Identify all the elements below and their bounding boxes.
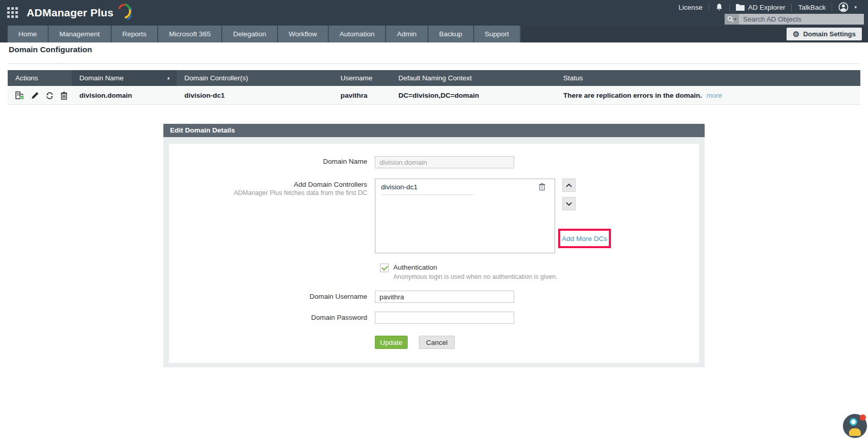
license-link[interactable]: License bbox=[672, 4, 709, 11]
domain-password-input[interactable] bbox=[375, 312, 514, 324]
global-search: ▾ bbox=[725, 14, 864, 25]
add-more-dcs-highlight: Add More DCs bbox=[558, 229, 611, 248]
domain-table: Actions Domain Name ▲ Domain Controller(… bbox=[8, 70, 860, 105]
cell-domain-controllers: division-dc1 bbox=[177, 92, 333, 99]
update-button[interactable]: Update bbox=[375, 336, 408, 349]
domain-username-input[interactable] bbox=[375, 291, 514, 303]
domain-controllers-listbox[interactable]: division-dc1 bbox=[375, 179, 555, 253]
delete-trash-icon[interactable] bbox=[60, 92, 68, 100]
list-item[interactable]: division-dc1 bbox=[375, 179, 555, 195]
remove-dc-trash-icon[interactable] bbox=[539, 183, 545, 191]
top-menu: License AD Explorer TalkBack bbox=[672, 1, 863, 13]
chat-person-icon bbox=[850, 418, 857, 426]
cell-status: There are replication errors in the doma… bbox=[556, 92, 860, 99]
nav-tabs: Home Management Reports Microsoft 365 De… bbox=[8, 26, 521, 42]
domain-settings-label: Domain Settings bbox=[803, 30, 856, 38]
tab-microsoft-365[interactable]: Microsoft 365 bbox=[158, 26, 222, 42]
chevron-down-icon: ▾ bbox=[734, 17, 736, 21]
domain-password-label: Domain Password bbox=[163, 314, 367, 321]
search-icon bbox=[727, 16, 734, 23]
refresh-icon[interactable] bbox=[46, 92, 54, 100]
search-scope-button[interactable]: ▾ bbox=[725, 14, 739, 25]
top-header-bar: ADManager Plus License bbox=[0, 0, 868, 26]
edit-domain-dialog: Edit Domain Details Domain Name Add Doma… bbox=[163, 124, 705, 367]
tab-workflow[interactable]: Workflow bbox=[278, 26, 329, 42]
table-row: division.domain division-dc1 pavithra DC… bbox=[8, 86, 860, 105]
authentication-label: Authentication bbox=[393, 264, 437, 271]
talkback-label: TalkBack bbox=[798, 4, 825, 11]
page-title: Domain Configuration bbox=[9, 45, 92, 54]
domain-settings-button[interactable]: ⚙ Domain Settings bbox=[787, 28, 862, 40]
table-header-row: Actions Domain Name ▲ Domain Controller(… bbox=[8, 70, 860, 86]
tab-management[interactable]: Management bbox=[49, 26, 112, 42]
notification-dot bbox=[860, 414, 866, 421]
app-logo-text: ADManager Plus bbox=[27, 7, 114, 19]
app-launcher-icon[interactable] bbox=[7, 7, 18, 18]
app-logo: ADManager Plus bbox=[27, 0, 132, 26]
row-actions-cell bbox=[8, 91, 72, 100]
add-more-dcs-link[interactable]: Add More DCs bbox=[562, 235, 607, 243]
domain-name-input[interactable] bbox=[375, 156, 514, 168]
authentication-hint: Anonymous login is used when no authenti… bbox=[393, 273, 557, 280]
column-header-actions: Actions bbox=[8, 70, 72, 86]
dialog-body: Domain Name Add Domain Controllers ADMan… bbox=[163, 137, 705, 367]
column-header-domain-controllers[interactable]: Domain Controller(s) bbox=[177, 70, 333, 86]
title-divider bbox=[9, 63, 859, 64]
logo-swoosh-icon bbox=[115, 2, 132, 22]
talkback-link[interactable]: TalkBack bbox=[792, 4, 832, 11]
user-account-menu[interactable]: ▾ bbox=[832, 2, 863, 12]
sort-ascending-icon: ▲ bbox=[166, 76, 171, 80]
main-navigation: Home Management Reports Microsoft 365 De… bbox=[0, 26, 868, 42]
user-avatar-icon bbox=[838, 2, 849, 12]
cell-username: pavithra bbox=[333, 92, 391, 99]
ad-explorer-link[interactable]: AD Explorer bbox=[730, 4, 792, 11]
cancel-button[interactable]: Cancel bbox=[419, 336, 455, 349]
status-more-link[interactable]: more bbox=[707, 92, 723, 99]
chevron-down-icon bbox=[566, 202, 572, 206]
column-header-status[interactable]: Status bbox=[556, 70, 860, 86]
gear-icon: ⚙ bbox=[793, 30, 799, 38]
chat-person-body bbox=[849, 428, 861, 436]
tab-reports[interactable]: Reports bbox=[112, 26, 158, 42]
ad-explorer-label: AD Explorer bbox=[748, 4, 786, 11]
tab-delegation[interactable]: Delegation bbox=[222, 26, 278, 42]
admanager-plus-app: ADManager Plus License bbox=[0, 0, 868, 439]
cell-default-naming-context: DC=division,DC=domain bbox=[391, 92, 556, 99]
chevron-up-icon bbox=[566, 184, 572, 187]
authentication-checkbox[interactable] bbox=[380, 264, 389, 272]
search-input[interactable] bbox=[739, 14, 864, 25]
tab-automation[interactable]: Automation bbox=[329, 26, 386, 42]
tab-home[interactable]: Home bbox=[8, 26, 49, 42]
tab-support[interactable]: Support bbox=[474, 26, 521, 42]
move-up-button[interactable] bbox=[562, 179, 576, 192]
column-header-default-naming-context[interactable]: Default Naming Context bbox=[391, 70, 556, 86]
bell-icon bbox=[715, 3, 723, 11]
column-header-domain-name[interactable]: Domain Name ▲ bbox=[72, 70, 177, 86]
list-item-divider bbox=[381, 194, 473, 195]
domain-username-label: Domain Username bbox=[163, 293, 367, 300]
status-text: There are replication errors in the doma… bbox=[563, 92, 702, 99]
tab-admin[interactable]: Admin bbox=[386, 26, 428, 42]
column-header-username[interactable]: Username bbox=[333, 70, 391, 86]
dc-item-name: division-dc1 bbox=[381, 183, 417, 191]
license-label: License bbox=[679, 4, 703, 11]
dialog-content-panel bbox=[169, 144, 699, 363]
add-domain-controllers-label: Add Domain Controllers bbox=[163, 181, 367, 188]
folder-icon bbox=[736, 4, 745, 11]
chevron-down-icon: ▾ bbox=[854, 5, 857, 10]
tab-backup[interactable]: Backup bbox=[429, 26, 474, 42]
manage-domain-icon[interactable] bbox=[15, 91, 25, 100]
notifications-button[interactable] bbox=[709, 3, 729, 11]
cell-domain-name: division.domain bbox=[72, 92, 177, 99]
add-domain-controllers-hint: ADManager Plus fetches data from the fir… bbox=[163, 189, 367, 196]
edit-pencil-icon[interactable] bbox=[31, 92, 39, 99]
move-down-button[interactable] bbox=[562, 197, 576, 210]
dialog-title: Edit Domain Details bbox=[163, 124, 705, 137]
domain-name-label: Domain Name bbox=[163, 158, 367, 165]
